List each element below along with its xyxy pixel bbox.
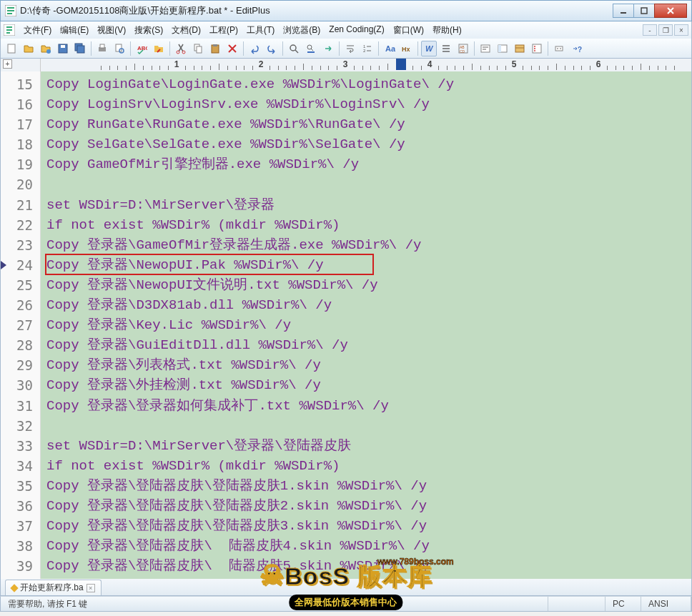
open-remote-button[interactable] [38, 41, 54, 56]
svg-rect-5 [641, 8, 647, 14]
tab-close-icon[interactable]: × [86, 584, 95, 592]
code-line[interactable]: if not exist %WSDir% (mkdir %WSDir%) [41, 456, 691, 476]
code-line[interactable]: if not exist %WSDir% (mkdir %WSDir%) [41, 215, 691, 235]
code-line[interactable]: Copy GameOfMir引擎控制器.exe %WSDir%\ /y [41, 154, 691, 174]
line-number: 30 [1, 375, 40, 395]
line-number: 17 [1, 114, 40, 134]
mdi-minimize-button[interactable]: - [643, 24, 657, 36]
line-number: 33 [1, 436, 40, 456]
menu-item-3[interactable]: 搜索(S) [130, 23, 167, 38]
find-button[interactable] [286, 41, 302, 56]
mdi-close-button[interactable]: × [674, 24, 688, 36]
code-line[interactable]: Copy LoginGate\LoginGate.exe %WSDir%\Log… [41, 74, 691, 94]
line-number: 34 [1, 456, 40, 476]
mdi-restore-button[interactable]: ❐ [658, 24, 673, 36]
code-line[interactable]: Copy 登录器\登陆器皮肤\ 陆器皮肤5.skin %WSDir%\ /y [41, 556, 691, 576]
spellcheck-button[interactable]: ABC [134, 41, 149, 56]
code-line[interactable] [41, 416, 691, 436]
save-button[interactable] [55, 41, 71, 56]
open-file-button[interactable] [21, 41, 36, 56]
paste-button[interactable] [207, 41, 223, 56]
menu-item-5[interactable]: 工程(P) [205, 23, 242, 38]
line-number: 25 [1, 275, 40, 295]
customize-button[interactable] [551, 41, 567, 56]
save-all-button[interactable] [72, 41, 88, 56]
charmap-button[interactable]: ABCD [455, 41, 471, 56]
file-tab-label: 开始更新程序.ba [20, 582, 84, 594]
function-list-button[interactable] [529, 41, 545, 56]
replace-button[interactable] [303, 41, 319, 56]
hex-button[interactable]: Hx [399, 41, 415, 56]
line-number: 21 [1, 195, 40, 215]
cut-button[interactable] [173, 41, 189, 56]
svg-rect-10 [61, 45, 65, 48]
line-numbers-button[interactable]: 12 [360, 41, 375, 56]
code-line[interactable]: Copy 登录器\GuiEditDll.dll %WSDir%\ /y [41, 335, 691, 355]
code-line[interactable]: Copy 登录器\登录器如何集成补丁.txt %WSDir%\ /y [41, 396, 691, 416]
code-line[interactable]: set WSDir=D:\MirServer\登录器\登陆器皮肤 [41, 436, 691, 456]
code-line[interactable]: Copy 登录器\登陆器皮肤\ 陆器皮肤4.skin %WSDir%\ /y [41, 536, 691, 556]
editor: 1516171819202122232425262728293031323334… [0, 71, 692, 579]
line-number: 23 [1, 235, 40, 255]
code-line[interactable]: Copy SelGate\SelGate.exe %WSDir%\SelGate… [41, 134, 691, 154]
svg-rect-42 [555, 46, 563, 51]
code-line[interactable]: Copy RunGate\RunGate.exe %WSDir%\RunGate… [41, 114, 691, 134]
menu-item-0[interactable]: 文件(F) [19, 23, 56, 38]
code-line[interactable]: Copy 登录器\登陆器皮肤\登陆器皮肤2.skin %WSDir%\ /y [41, 496, 691, 516]
line-number: 39 [1, 556, 40, 576]
print-button[interactable] [94, 41, 110, 56]
code-line[interactable]: Copy 登录器\GameOfMir登录器生成器.exe %WSDir%\ /y [41, 235, 691, 255]
code-line[interactable]: Copy LoginSrv\LoginSrv.exe %WSDir%\Login… [41, 94, 691, 114]
menu-item-6[interactable]: 工具(T) [242, 23, 279, 38]
status-encoding: ANSI [641, 597, 691, 611]
minimize-button[interactable] [613, 4, 634, 18]
list-button[interactable] [438, 41, 454, 56]
help-button[interactable]: ? [568, 41, 584, 56]
menu-item-7[interactable]: 浏览器(B) [279, 23, 325, 38]
menu-item-2[interactable]: 视图(V) [93, 23, 130, 38]
redo-button[interactable] [264, 41, 280, 56]
code-line[interactable]: Copy 登录器\列表格式.txt %WSDir%\ /y [41, 355, 691, 375]
code-line[interactable]: set WSDir=D:\MirServer\登录器 [41, 195, 691, 215]
maximize-button[interactable] [633, 4, 655, 18]
file-tab-active[interactable]: 开始更新程序.ba × [5, 580, 102, 595]
ruler-marker[interactable] [396, 59, 406, 70]
current-line-marker-icon [1, 261, 6, 269]
output-button[interactable] [478, 41, 493, 56]
zoom-font-button[interactable]: Aa [382, 41, 397, 56]
code-line[interactable]: Copy 登录器\D3DX81ab.dll %WSDir%\ /y [41, 295, 691, 315]
open-folder-button[interactable] [151, 41, 167, 56]
status-spacer [548, 597, 606, 611]
code-line[interactable]: Copy 登录器\外挂检测.txt %WSDir%\ /y [41, 375, 691, 395]
close-button[interactable] [654, 4, 687, 18]
cliptext-button[interactable] [495, 41, 510, 56]
delete-button[interactable] [224, 41, 240, 56]
svg-rect-14 [100, 44, 104, 48]
menu-item-4[interactable]: 文档(D) [167, 23, 205, 38]
menu-item-8[interactable]: Zen Coding(Z) [325, 23, 388, 38]
print-preview-button[interactable] [112, 41, 127, 56]
menu-item-9[interactable]: 窗口(W) [389, 23, 428, 38]
ruler: + 123456 [0, 59, 692, 71]
directory-button[interactable] [512, 41, 528, 56]
undo-button[interactable] [247, 41, 262, 56]
svg-point-18 [177, 51, 179, 54]
svg-rect-23 [213, 44, 217, 46]
toolbar: ABC 12 Aa Hx W ABCD ? [0, 39, 692, 59]
code-line[interactable]: Copy 登录器\登陆器皮肤\登陆器皮肤3.skin %WSDir%\ /y [41, 516, 691, 536]
code-line[interactable]: Copy 登录器\登陆器皮肤\登陆器皮肤1.skin %WSDir%\ /y [41, 476, 691, 496]
goto-button[interactable] [320, 41, 336, 56]
code-line[interactable]: Copy 登录器\NewopUI文件说明.txt %WSDir%\ /y [41, 275, 691, 295]
svg-text:CD: CD [460, 49, 465, 54]
menu-item-1[interactable]: 编辑(E) [56, 23, 93, 38]
copy-button[interactable] [190, 41, 206, 56]
statusbar: 需要帮助, 请按 F1 键 PC ANSI [0, 596, 692, 612]
browser-button[interactable]: W [421, 41, 437, 56]
wordwrap-button[interactable] [342, 41, 358, 56]
code-line[interactable]: Copy 登录器\Key.Lic %WSDir%\ /y [41, 315, 691, 335]
collapse-toggle-icon[interactable]: + [3, 59, 12, 69]
menu-item-10[interactable]: 帮助(H) [428, 23, 466, 38]
code-area[interactable]: Copy LoginGate\LoginGate.exe %WSDir%\Log… [41, 71, 691, 579]
new-file-button[interactable] [4, 41, 19, 56]
code-line[interactable] [41, 174, 691, 194]
